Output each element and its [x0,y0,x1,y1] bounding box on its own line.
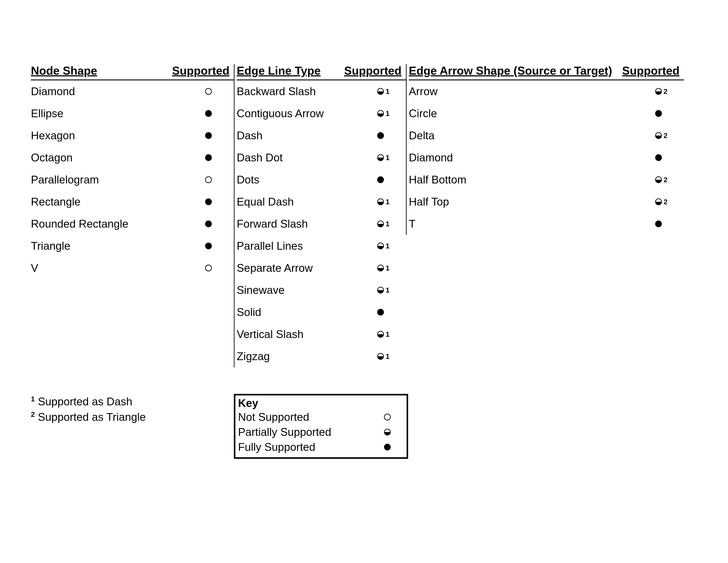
row-name: Hexagon [31,129,192,142]
columns: Node Shape Supported DiamondEllipseHexag… [31,64,697,368]
row-name: Half Top [409,195,642,208]
row-name: Zigzag [237,350,364,363]
table-row: Ellipse [31,102,234,124]
support-status-icon: 2 [642,87,684,96]
table-row: Dash Dot1 [237,147,406,169]
table-row: T [409,213,684,235]
table-row: Octagon [31,147,234,169]
support-status-icon [371,413,404,421]
support-status-icon: 1 [364,286,406,294]
support-status-icon [371,428,404,436]
header-supported: Supported [172,64,234,77]
column-node-shape: Node Shape Supported DiamondEllipseHexag… [31,64,234,279]
key-row: Fully Supported [238,440,404,455]
support-status-icon [364,175,406,184]
support-status-icon: 2 [642,197,684,206]
support-status-icon [192,175,234,184]
row-name: Diamond [409,151,642,164]
row-name: Backward Slash [237,85,364,98]
row-name: Separate Arrow [237,261,364,274]
row-name: Parallelogram [31,173,192,186]
table-row: Rounded Rectangle [31,213,234,235]
row-name: Rounded Rectangle [31,217,192,230]
table-row: Zigzag1 [237,345,406,368]
row-name: Arrow [409,85,642,98]
header-supported: Supported [344,64,406,77]
column-body: Backward Slash1Contiguous Arrow1DashDash… [237,80,406,368]
svg-point-5 [205,198,212,205]
row-name: Solid [237,306,364,319]
key-label: Partially Supported [238,426,371,438]
row-name: Contiguous Arrow [237,107,364,120]
table-row: Half Top2 [409,191,684,213]
svg-point-8 [205,265,211,271]
svg-point-28 [655,220,662,227]
support-status-icon: 1 [364,87,406,96]
table-row: Backward Slash1 [237,80,406,102]
support-status-icon [364,131,406,140]
row-name: Ellipse [31,107,192,120]
header-label: Node Shape [31,64,172,77]
svg-point-25 [655,154,662,161]
svg-point-29 [384,414,390,420]
support-status-icon [192,197,234,206]
table-row: Rectangle [31,191,234,213]
row-name: Half Bottom [409,173,642,186]
footnote: 2 Supported as Triangle [31,409,234,425]
support-status-icon [192,264,234,272]
footnote-marker: 1 [31,395,35,403]
column-header: Edge Arrow Shape (Source or Target) Supp… [409,64,684,80]
support-status-icon: 2 [642,131,684,140]
table-row: V [31,257,234,279]
support-status-icon: 1 [364,242,406,250]
support-status-icon: 1 [364,330,406,339]
row-name: Dash Dot [237,151,364,164]
support-status-icon: 1 [364,109,406,118]
table-row: Arrow2 [409,80,684,102]
svg-point-6 [205,220,212,227]
key-label: Fully Supported [238,441,371,453]
column-edge-arrow-shape: Edge Arrow Shape (Source or Target) Supp… [406,64,684,235]
row-name: Forward Slash [237,217,364,230]
column-header: Node Shape Supported [31,64,234,80]
table-row: Circle [409,102,684,124]
column-body: Arrow2CircleDelta2DiamondHalf Bottom2Hal… [409,80,684,235]
row-name: Sinewave [237,284,364,297]
footnote-marker: 2 [31,411,35,418]
row-name: Rectangle [31,195,192,208]
key-label: Not Supported [238,411,371,423]
support-status-icon [192,153,234,162]
table-row: Forward Slash1 [237,213,406,235]
column-header: Edge Line Type Supported [237,64,406,80]
support-status-icon [192,242,234,250]
support-status-icon: 1 [364,220,406,228]
support-status-icon [371,443,404,451]
support-status-icon: 1 [364,197,406,206]
support-status-icon [642,153,684,162]
support-status-icon [192,220,234,228]
table-row: Separate Arrow1 [237,257,406,279]
support-status-icon: 1 [364,153,406,162]
table-row: Vertical Slash1 [237,323,406,345]
table-row: Dash [237,124,406,147]
support-status-icon [642,109,684,118]
header-supported: Supported [622,64,684,77]
column-body: DiamondEllipseHexagonOctagonParallelogra… [31,80,234,279]
row-name: Dash [237,129,364,142]
support-status-icon [192,109,234,118]
table-row: Parallel Lines1 [237,235,406,257]
column-edge-line-type: Edge Line Type Supported Backward Slash1… [234,64,406,368]
support-status-icon: 2 [642,175,684,184]
support-status-icon [192,87,234,96]
svg-point-31 [384,444,391,450]
table-row: Contiguous Arrow1 [237,102,406,124]
row-name: V [31,261,192,274]
svg-point-7 [205,242,212,249]
support-status-icon [364,308,406,317]
header-label: Edge Arrow Shape (Source or Target) [409,64,622,77]
support-matrix-page: Node Shape Supported DiamondEllipseHexag… [0,0,728,563]
key-title: Key [238,397,404,410]
svg-point-19 [377,309,384,316]
table-row: Dots [237,169,406,191]
svg-point-4 [205,177,211,182]
